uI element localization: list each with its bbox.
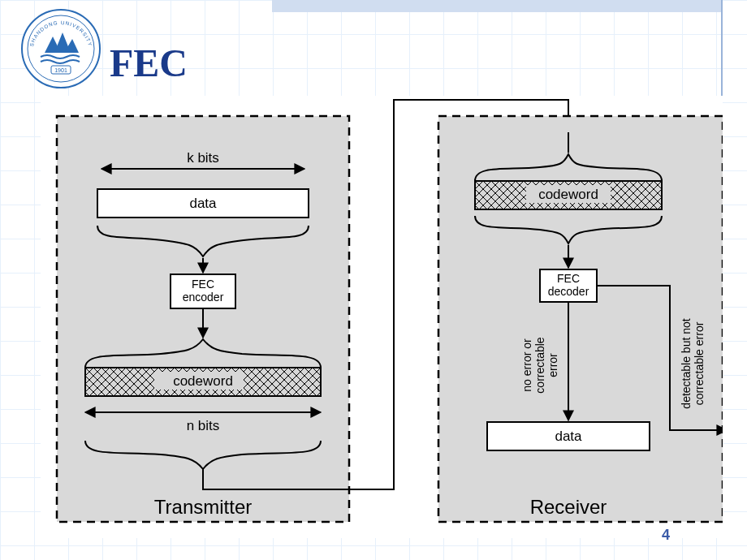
encoder-label-2: encoder	[183, 291, 224, 304]
branch-bad-line2: correctable error	[693, 321, 706, 405]
header-rule	[721, 0, 723, 97]
branch-ok-line1: no error or	[520, 338, 533, 392]
page-title: FEC	[110, 41, 188, 85]
logo-year: 1901	[54, 67, 67, 73]
rx-codeword-label: codeword	[538, 187, 598, 202]
decoder-label-2: decoder	[548, 285, 589, 298]
rx-data-label: data	[555, 429, 582, 444]
branch-ok-line2: correctable	[533, 337, 546, 393]
branch-bad-line1: detectable but not	[680, 318, 693, 408]
k-bits-label: k bits	[187, 150, 219, 166]
tx-codeword-label: codeword	[173, 373, 233, 389]
n-bits-label: n bits	[187, 418, 220, 433]
page-number: 4	[662, 527, 670, 544]
fec-diagram: Transmitter k bits data FEC encoder code…	[41, 96, 723, 538]
receiver-title: Receiver	[530, 496, 607, 518]
branch-ok-line3: error	[546, 353, 559, 377]
header-band	[272, 0, 723, 12]
transmitter-title: Transmitter	[154, 496, 252, 518]
receiver-panel: Receiver codeword FEC decoder no error o…	[438, 116, 723, 522]
tx-data-label: data	[189, 196, 217, 211]
university-logo: SHANDONG UNIVERSITY 1901	[20, 8, 101, 89]
encoder-label-1: FEC	[192, 278, 214, 291]
decoder-label-1: FEC	[557, 272, 580, 285]
